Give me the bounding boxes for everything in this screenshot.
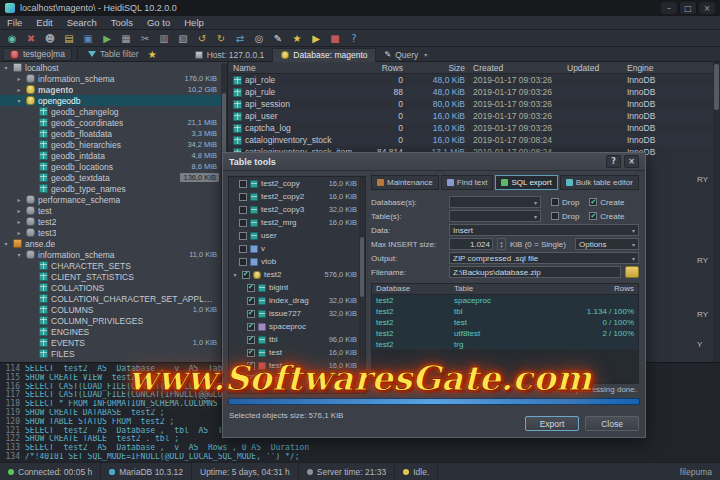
column-header-engine[interactable]: Engine [623,62,671,73]
expand-arrow-icon[interactable]: ▸ [15,196,23,203]
expand-arrow-icon[interactable]: ▸ [15,86,23,93]
checklist-item-test[interactable]: ✔test16,0 KiB [229,359,365,372]
filename-input[interactable]: Z:\Backups\database.zip [449,266,621,278]
tree-item-geodb_floatdata[interactable]: geodb_floatdata3,3 MiB [0,128,227,139]
tree-item-geodb_changelog[interactable]: geodb_changelog [0,106,227,117]
tree-item-CHARACTER_SETS[interactable]: CHARACTER_SETS [0,260,227,271]
table-filter[interactable]: Table filter [83,49,144,59]
databases-combo[interactable]: ▾ [449,196,541,208]
menu-tools[interactable]: Tools [104,16,140,29]
expand-arrow-icon[interactable]: ▾ [2,64,10,71]
tree-item-anse.de[interactable]: ▾anse.de [0,238,227,249]
user-manager-icon[interactable]: ☻ [41,31,59,46]
cut-icon[interactable]: ✂ [136,31,154,46]
dialog-close-icon[interactable]: × [624,155,639,168]
checkbox-checked[interactable]: ✔ [247,362,255,370]
tab-maintenance[interactable]: Maintenance [371,175,439,190]
stop-icon[interactable]: ■ [326,31,344,46]
result-column-rows[interactable]: Rows [560,284,638,294]
table-create-checkbox[interactable]: ✔Create [589,212,624,221]
checklist-item-test2_copy2[interactable]: test2_copy216,0 KiB [229,190,365,203]
table-row-captcha_log[interactable]: captcha_log016,0 KiB2019-01-17 09:03:26I… [229,122,720,134]
column-header-size[interactable]: Size [407,62,469,73]
help-icon[interactable]: ? [345,31,363,46]
refresh-icon[interactable]: ⇄ [231,31,249,46]
checklist-item-test2_mrg[interactable]: test2_mrg16,0 KiB [229,216,365,229]
checklist-item-v[interactable]: v [229,242,365,255]
checklist-item-vtob[interactable]: vtob [229,255,365,268]
checklist-item-bigint[interactable]: ✔bigint [229,281,365,294]
session-tab[interactable]: testgeo|ma [3,48,72,61]
menu-go-to[interactable]: Go to [140,16,177,29]
table-row-api_user[interactable]: api_user016,0 KiB2019-01-17 09:03:26Inno… [229,110,720,122]
expand-arrow-icon[interactable]: ▸ [15,75,23,82]
find-icon[interactable]: ◎ [250,31,268,46]
checkbox-unchecked[interactable] [239,232,247,240]
max-insert-spinner[interactable]: ▴▾ [497,238,506,250]
tree-item-localhost[interactable]: ▾localhost [0,62,227,73]
favorites-icon[interactable]: ★ [288,31,306,46]
host-tab[interactable]: Host: 127.0.0.1 [187,48,273,62]
open-sql-file-icon[interactable]: ▤ [60,31,78,46]
checkbox-checked[interactable]: ✔ [247,284,255,292]
checkbox-checked[interactable]: ✔ [247,310,255,318]
result-row-tbl[interactable]: test2tbl1.134 / 100% [372,306,638,317]
tree-item-CLIENT_STATISTICS[interactable]: CLIENT_STATISTICS [0,271,227,282]
checkbox-unchecked[interactable] [239,193,247,201]
dialog-close-button[interactable]: Close [585,416,639,431]
export-button[interactable]: Export [525,416,579,431]
table-list-scrollbar[interactable] [713,62,720,362]
expand-arrow-icon[interactable]: ▾ [2,240,10,247]
tree-item-geodb_textdata[interactable]: geodb_textdata136,0 KiB [0,172,227,183]
table-row-api_session[interactable]: api_session080,0 KiB2019-01-17 09:03:26I… [229,98,720,110]
save-icon[interactable]: ▣ [79,31,97,46]
tree-item-information_schema[interactable]: ▾information_schema11,0 KiB [0,249,227,260]
checkbox-unchecked[interactable] [239,258,247,266]
tab-sql-export[interactable]: SQL export [495,175,557,190]
column-header-created[interactable]: Created [469,62,563,73]
tree-item-geodb_locations[interactable]: geodb_locations8,6 MiB [0,161,227,172]
column-header-name[interactable]: Name [229,62,361,73]
tree-item-EVENTS[interactable]: EVENTS1,0 KiB [0,337,227,348]
options-dropdown[interactable]: Options▾ [575,238,639,250]
column-header-updated[interactable]: Updated [563,62,623,73]
tree-item-test[interactable]: ▸test [0,205,227,216]
tree-item-information_schema[interactable]: ▸information_schema176,0 KiB [0,73,227,84]
checklist-item-test[interactable]: ✔test16,0 KiB [229,346,365,359]
disconnect-icon[interactable]: ✖ [22,31,40,46]
output-combo[interactable]: ZIP compressed .sql file▾ [449,252,639,264]
tree-item-geodb_intdata[interactable]: geodb_intdata4,8 MiB [0,150,227,161]
tree-item-magento[interactable]: ▸magento10,2 GiB [0,84,227,95]
column-header-rows[interactable]: Rows [361,62,407,73]
table-row-api_rule[interactable]: api_rule8848,0 KiB2019-01-17 09:03:26Inn… [229,86,720,98]
favorites-star-icon[interactable]: ★ [148,49,157,60]
undo-icon[interactable]: ↺ [193,31,211,46]
checklist-item-test2_copy[interactable]: test2_copy16,0 KiB [229,177,365,190]
checkbox-unchecked[interactable] [239,180,247,188]
checkbox-checked[interactable]: ✔ [247,297,255,305]
checkbox-unchecked[interactable] [239,206,247,214]
result-row-test[interactable]: test2test0 / 100% [372,317,638,328]
result-column-database[interactable]: Database [372,284,450,294]
browse-folder-icon[interactable] [625,266,639,278]
result-row-utf8test[interactable]: test2utf8test2 / 100% [372,328,638,339]
execute-icon[interactable]: ▶ [307,31,325,46]
checkbox-checked[interactable]: ✔ [247,349,255,357]
tree-item-geodb_coordinates[interactable]: geodb_coordinates21,1 MiB [0,117,227,128]
close-button[interactable]: × [699,2,715,14]
expand-arrow-icon[interactable]: ▾ [15,97,23,104]
tab-bulk-table-editor[interactable]: Bulk table editor [560,175,639,190]
new-query-icon[interactable]: ✎ [269,31,287,46]
checkbox-checked[interactable]: ✔ [247,375,255,383]
tree-item-FILES[interactable]: FILES [0,348,227,359]
redo-icon[interactable]: ↻ [212,31,230,46]
checklist-scrollbar[interactable] [359,177,365,392]
paste-icon[interactable]: ▧ [174,31,192,46]
checklist-item-test2_copy3[interactable]: test2_copy332,0 KiB [229,203,365,216]
checklist-item-user[interactable]: user [229,229,365,242]
tree-item-COLUMNS[interactable]: COLUMNS1,0 KiB [0,304,227,315]
max-insert-size-input[interactable]: 1.024 [449,238,493,250]
checklist-item-issue727[interactable]: ✔issue72732,0 KiB [229,307,365,320]
tree-item-test3[interactable]: ▸test3 [0,227,227,238]
database-create-checkbox[interactable]: ✔Create [589,198,624,207]
